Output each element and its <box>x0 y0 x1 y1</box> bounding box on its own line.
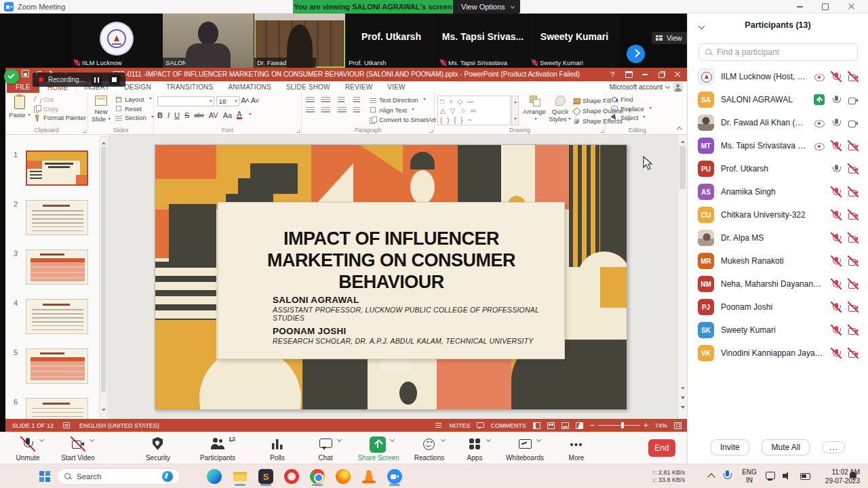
participant-row[interactable]: PU Prof. Utkarsh <box>688 157 868 180</box>
participant-row[interactable]: CU Chitkara University-322 <box>688 203 868 226</box>
taskbar-search-input[interactable]: Search <box>57 468 180 485</box>
normal-view-button[interactable] <box>533 422 540 429</box>
tray-expand-icon[interactable] <box>707 473 715 481</box>
toolbar-button[interactable]: Unmute <box>5 435 50 462</box>
participant-row[interactable]: IILM Lucknow (Host, me) <box>688 65 868 88</box>
stop-recording-button[interactable] <box>109 75 120 85</box>
convert-smartart-button[interactable]: Convert to SmartArt <box>370 116 443 123</box>
taskbar-app-icon[interactable] <box>387 468 403 485</box>
participant-row[interactable]: SK Sweety Kumari <box>688 319 868 342</box>
char-spacing-button[interactable]: AV <box>209 111 218 119</box>
participant-row[interactable]: Dr. Fawad Ali Khan (Co-host) <box>688 111 868 134</box>
notes-button[interactable]: NOTES <box>449 422 470 429</box>
participant-row[interactable]: MR Mukesh Ranakoti <box>688 249 868 272</box>
font-name-combo[interactable] <box>157 96 214 106</box>
copy-button[interactable]: Copy <box>34 105 86 113</box>
view-options-button[interactable]: View Options <box>453 0 520 14</box>
participant-search-input[interactable]: Find a participant <box>698 43 858 61</box>
fit-slide-button[interactable] <box>674 422 682 429</box>
grow-font-button[interactable]: A˄ <box>241 96 249 104</box>
new-slide-button[interactable]: New Slide <box>88 96 114 123</box>
more-options-button[interactable]: ... <box>823 441 845 453</box>
participant-row[interactable]: AS Anamika Singh <box>688 180 868 203</box>
video-tile[interactable]: Prof. Utkarsh Prof. Utkarsh <box>346 14 437 68</box>
video-tile[interactable]: SALONI AGRAWAL <box>163 14 254 68</box>
toolbar-button[interactable]: Chat <box>305 435 346 462</box>
mute-all-button[interactable]: Mute All <box>762 439 810 455</box>
find-button[interactable]: Find <box>611 96 652 103</box>
chevron-up-icon[interactable] <box>441 437 446 442</box>
video-tile[interactable]: IILM Lucknow <box>71 14 162 68</box>
select-button[interactable]: Select <box>611 114 652 121</box>
font-size-combo[interactable]: 18 <box>216 96 239 106</box>
ribbon-tab[interactable]: ANIMATIONS <box>220 81 278 93</box>
next-slide-button[interactable] <box>681 406 685 411</box>
video-tile[interactable]: Sweety Kumari Sweety Kumari <box>529 14 620 68</box>
toolbar-button[interactable]: Whiteboards <box>498 435 552 462</box>
dialog-launcher-icon[interactable] <box>296 129 300 133</box>
participant-row[interactable]: Dr. Alpa MS <box>688 226 868 249</box>
slideshow-view-button[interactable] <box>576 422 583 429</box>
italic-button[interactable]: I <box>167 111 170 119</box>
taskbar-app-icon[interactable] <box>309 468 326 485</box>
underline-button[interactable]: U <box>174 111 180 119</box>
slide-thumbnail[interactable]: 4 <box>26 299 88 334</box>
participant-row[interactable]: SA SALONI AGRAWAL <box>688 88 868 111</box>
taskbar-app-icon[interactable] <box>335 468 351 485</box>
collapse-ribbon-button[interactable] <box>676 126 683 131</box>
slide-thumbnail[interactable]: 2 <box>26 200 88 235</box>
toolbar-button[interactable]: More <box>557 435 595 462</box>
section-button[interactable]: Section <box>115 114 154 121</box>
chevron-up-icon[interactable] <box>39 437 44 442</box>
network-icon[interactable] <box>765 471 776 481</box>
toolbar-button[interactable]: Apps <box>453 435 496 462</box>
taskbar-app-icon[interactable] <box>283 468 300 485</box>
ribbon-tab[interactable]: TRANSITIONS <box>159 81 220 93</box>
window-maximize-button[interactable] <box>814 0 837 14</box>
shapes-gallery-scroll[interactable] <box>511 96 519 125</box>
participant-row[interactable]: NM Neha, Maharshi Dayanand Univers... <box>688 272 868 296</box>
ppt-minimize-button[interactable] <box>638 69 652 80</box>
quick-styles-button[interactable]: Quick Styles <box>547 96 573 123</box>
toolbar-button[interactable]: Reactions <box>406 435 453 462</box>
chevron-up-icon[interactable] <box>337 437 342 442</box>
slide-vertical-scrollbar[interactable] <box>677 135 687 419</box>
paragraph-buttons[interactable] <box>306 97 364 114</box>
layout-button[interactable]: Layout <box>115 96 154 103</box>
save-icon[interactable] <box>22 70 29 77</box>
video-tile[interactable]: Dr. Fawad Ali Khan <box>254 14 345 68</box>
ribbon-tab[interactable]: REVIEW <box>338 81 380 93</box>
next-page-arrow-button[interactable] <box>627 45 645 63</box>
strikethrough-button[interactable]: S <box>184 111 189 119</box>
format-painter-button[interactable]: Format Painter <box>34 114 86 121</box>
spellcheck-icon[interactable] <box>63 422 70 428</box>
dialog-launcher-icon[interactable] <box>600 129 604 133</box>
toolbar-button[interactable]: Start Video <box>56 435 100 462</box>
notifications-bell-icon[interactable] <box>849 471 857 481</box>
window-minimize-button[interactable] <box>788 0 811 14</box>
end-meeting-button[interactable]: End <box>648 439 675 457</box>
ppt-restore-button[interactable] <box>654 69 668 80</box>
reset-button[interactable]: Reset <box>115 105 154 113</box>
arrange-button[interactable]: Arrange <box>521 96 547 123</box>
shrink-font-button[interactable]: A˅ <box>251 96 259 104</box>
video-tile[interactable]: Ms. Tapsi Srivas... Ms. Tapsi Srivastava <box>437 14 528 68</box>
view-layout-button[interactable]: View <box>652 32 688 44</box>
thumbnail-scrollbar[interactable] <box>99 136 107 417</box>
bold-button[interactable]: B <box>157 111 163 119</box>
window-close-button[interactable] <box>840 0 863 14</box>
chevron-up-icon[interactable] <box>486 437 491 442</box>
ribbon-tab[interactable]: VIEW <box>380 81 412 93</box>
slide-sorter-view-button[interactable] <box>547 422 555 429</box>
taskbar-app-icon[interactable]: S <box>258 468 274 485</box>
change-case-button[interactable]: Aa <box>223 111 232 119</box>
toolbar-button[interactable]: Polls <box>255 435 300 462</box>
ribbon-tab[interactable]: SLIDE SHOW <box>279 81 338 93</box>
speaker-icon[interactable] <box>783 471 793 481</box>
previous-slide-button[interactable] <box>681 396 685 401</box>
toolbar-button[interactable]: Share Screen <box>351 435 406 462</box>
slide-thumbnail[interactable]: 1 <box>26 150 88 186</box>
paste-button[interactable]: Paste <box>7 96 33 119</box>
dialog-launcher-icon[interactable] <box>429 129 433 133</box>
comments-button[interactable]: COMMENTS <box>490 422 526 429</box>
